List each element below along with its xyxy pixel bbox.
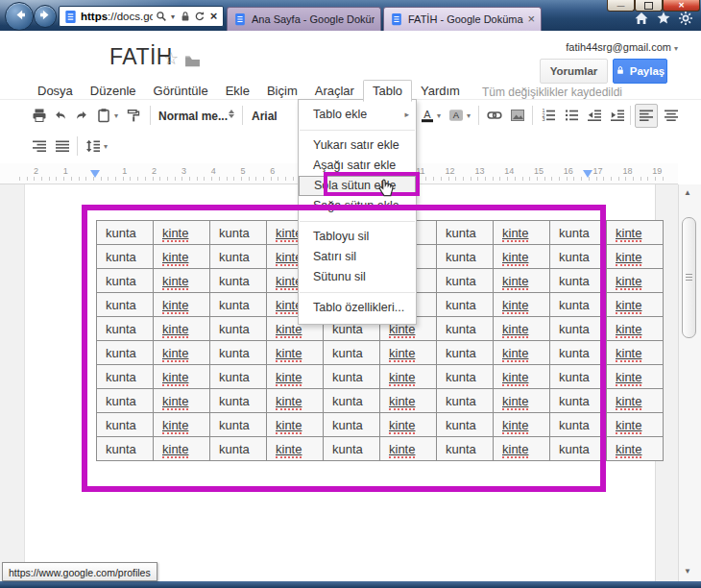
star-icon[interactable]: ☆: [163, 48, 179, 69]
undo-icon[interactable]: [52, 107, 69, 124]
tab-close-icon[interactable]: ×: [527, 14, 535, 24]
styles-updown-icon[interactable]: [229, 110, 234, 118]
home-icon[interactable]: [634, 11, 649, 26]
table-cell[interactable]: kinte: [494, 293, 550, 317]
table-cell[interactable]: kunta: [437, 221, 494, 245]
forward-button[interactable]: [34, 5, 57, 28]
table-cell[interactable]: kinte: [154, 437, 210, 461]
table-cell[interactable]: kunta: [437, 293, 494, 317]
table-cell[interactable]: kinte: [607, 317, 664, 341]
table-cell[interactable]: kunta: [550, 245, 607, 269]
table-cell[interactable]: kunta: [210, 437, 267, 461]
table-cell[interactable]: kunta: [324, 341, 380, 365]
close-icon[interactable]: ×: [207, 10, 220, 23]
table-cell[interactable]: kinte: [154, 413, 210, 437]
table-cell[interactable]: kunta: [437, 341, 494, 365]
vertical-scrollbar[interactable]: ▲ ▼: [678, 184, 701, 582]
table-cell[interactable]: kunta: [210, 317, 267, 341]
menu-düzenle[interactable]: Düzenle: [82, 81, 145, 101]
menu-yardım[interactable]: Yardım: [412, 81, 469, 101]
table-cell[interactable]: kinte: [380, 389, 437, 413]
table-cell[interactable]: kunta: [210, 269, 267, 293]
address-bar[interactable]: https://docs.goo... ▾ ×: [59, 6, 224, 27]
menu-item-yukarı-satır-ekle[interactable]: Yukarı satır ekle: [299, 135, 416, 156]
paste-icon[interactable]: [95, 107, 112, 124]
menu-dosya[interactable]: Dosya: [29, 81, 82, 101]
insert-image-icon[interactable]: [509, 107, 526, 124]
chevron-down-icon[interactable]: ▾: [467, 111, 471, 120]
left-indent-marker[interactable]: [90, 170, 100, 178]
table-cell[interactable]: kunta: [550, 317, 607, 341]
table-cell[interactable]: kunta: [550, 437, 607, 461]
table-cell[interactable]: kinte: [154, 269, 210, 293]
menu-item-sağa-sütun-ekle[interactable]: Sağa sütun ekle: [299, 196, 416, 216]
table-cell[interactable]: kinte: [494, 269, 550, 293]
table-cell[interactable]: kinte: [154, 365, 210, 389]
table-cell[interactable]: kunta: [210, 365, 267, 389]
table-cell[interactable]: kunta: [550, 413, 607, 437]
table-cell[interactable]: kunta: [210, 341, 267, 365]
table-cell[interactable]: kunta: [210, 293, 267, 317]
table-cell[interactable]: kinte: [267, 413, 324, 437]
chevron-down-icon[interactable]: ▾: [104, 142, 108, 151]
table-cell[interactable]: kinte: [607, 437, 664, 461]
table-cell[interactable]: kunta: [324, 437, 380, 461]
table-cell[interactable]: kunta: [437, 389, 494, 413]
table-cell[interactable]: kunta: [324, 365, 380, 389]
menu-item-sola-sütun-ekle[interactable]: Sola sütun ekle: [299, 176, 416, 196]
table-cell[interactable]: kunta: [97, 245, 154, 269]
table-cell[interactable]: kunta: [437, 317, 494, 341]
table-cell[interactable]: kunta: [97, 341, 154, 365]
table-cell[interactable]: kunta: [324, 413, 380, 437]
table-cell[interactable]: kinte: [154, 221, 210, 245]
table-cell[interactable]: kunta: [550, 341, 607, 365]
table-cell[interactable]: kinte: [494, 365, 550, 389]
styles-dropdown[interactable]: Normal me...: [158, 110, 228, 123]
favorites-star-icon[interactable]: [656, 11, 671, 26]
font-dropdown[interactable]: Arial: [252, 110, 278, 123]
align-center-icon[interactable]: [663, 107, 680, 124]
maximize-button[interactable]: [635, 0, 663, 12]
table-cell[interactable]: kinte: [607, 341, 664, 365]
table-cell[interactable]: kinte: [267, 437, 324, 461]
close-button[interactable]: ✕: [663, 0, 700, 12]
menu-biçim[interactable]: Biçim: [258, 81, 306, 101]
menu-araçlar[interactable]: Araçlar: [306, 81, 363, 101]
table-cell[interactable]: kinte: [494, 317, 550, 341]
table-cell[interactable]: kunta: [550, 293, 607, 317]
justify-icon[interactable]: [54, 137, 71, 155]
scroll-down-icon[interactable]: ▼: [684, 567, 691, 576]
table-cell[interactable]: kinte: [607, 245, 664, 269]
align-right-icon[interactable]: [31, 137, 48, 155]
table-cell[interactable]: kinte: [154, 245, 210, 269]
text-color-icon[interactable]: A: [419, 107, 436, 124]
menu-item-tabloyu-sil[interactable]: Tabloyu sil: [299, 227, 416, 247]
chevron-down-icon[interactable]: ▾: [114, 111, 118, 120]
table-cell[interactable]: kunta: [324, 389, 380, 413]
table-cell[interactable]: kunta: [437, 437, 494, 461]
menu-item-sütunu-sil[interactable]: Sütunu sil: [299, 267, 416, 287]
table-cell[interactable]: kunta: [437, 365, 494, 389]
browser-tab-2[interactable]: FATİH - Google Dokümanlar×: [383, 7, 542, 31]
table-cell[interactable]: kunta: [550, 221, 607, 245]
redo-icon[interactable]: [73, 107, 90, 124]
menu-item-satırı-sil[interactable]: Satırı sil: [299, 247, 416, 267]
menu-ekle[interactable]: Ekle: [217, 81, 258, 101]
table-cell[interactable]: kinte: [380, 437, 437, 461]
table-cell[interactable]: kunta: [97, 389, 154, 413]
table-cell[interactable]: kinte: [494, 221, 550, 245]
table-cell[interactable]: kinte: [154, 293, 210, 317]
table-cell[interactable]: kinte: [494, 245, 550, 269]
indent-icon[interactable]: [609, 107, 626, 124]
insert-link-icon[interactable]: [486, 107, 503, 124]
table-cell[interactable]: kunta: [210, 413, 267, 437]
table-cell[interactable]: kunta: [210, 389, 267, 413]
browser-tab-1[interactable]: Ana Sayfa - Google Dokümanlar: [227, 7, 381, 31]
table-cell[interactable]: kunta: [437, 245, 494, 269]
address-url[interactable]: https://docs.goo...: [81, 11, 153, 22]
menu-item-tablo-ekle[interactable]: Tablo ekle▸: [299, 105, 416, 125]
table-cell[interactable]: kinte: [607, 365, 664, 389]
search-icon[interactable]: [155, 10, 167, 23]
table-cell[interactable]: kinte: [494, 389, 550, 413]
table-cell[interactable]: kunta: [550, 365, 607, 389]
